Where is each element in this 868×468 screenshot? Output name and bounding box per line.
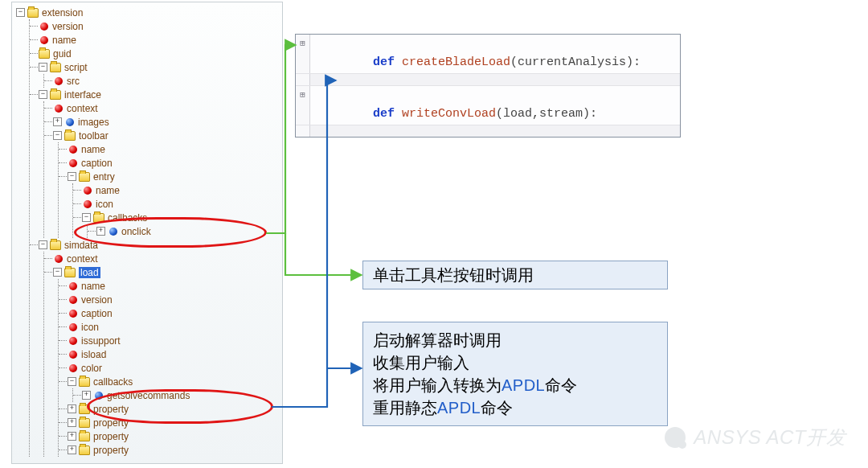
expand-icon[interactable]	[68, 418, 76, 427]
tree-node-name[interactable]: name	[30, 33, 277, 47]
tree-node-toolbar[interactable]: toolbar	[44, 129, 277, 142]
code-snippet-box: ⊞ def createBladeLoad(currentAnalysis): …	[295, 34, 681, 138]
folder-icon	[79, 172, 90, 182]
attr-icon	[69, 159, 77, 167]
tree-node-callbacks1[interactable]: callbacks	[73, 211, 277, 224]
expand-icon[interactable]	[39, 63, 47, 72]
tree-node-onclick[interactable]: onclick	[88, 224, 277, 238]
tree-node-load[interactable]: load	[44, 265, 277, 279]
expand-icon[interactable]	[16, 8, 25, 17]
expand-icon[interactable]	[68, 404, 76, 413]
annotation-text: 单击工具栏按钮时调用	[373, 265, 534, 286]
keyword-def: def	[373, 55, 395, 69]
code-line: ⊞ def createBladeLoad(currentAnalysis):	[296, 35, 680, 74]
attr-icon	[69, 337, 77, 345]
attr-icon	[69, 351, 77, 359]
attr-icon	[69, 323, 77, 331]
watermark: ANSYS ACT开发	[665, 425, 845, 450]
args: (currentAnalysis):	[510, 55, 641, 69]
expand-icon[interactable]	[53, 131, 62, 140]
attr-icon	[40, 23, 48, 31]
attr-icon	[55, 255, 63, 263]
attr-icon	[55, 105, 63, 113]
fn-createBladeLoad: createBladeLoad	[402, 55, 510, 69]
tree-node-eicon[interactable]: icon	[73, 197, 277, 211]
tree-node-color[interactable]: color	[59, 361, 277, 375]
keyword-def: def	[373, 107, 395, 121]
code-line: ⊞ def writeConvLoad(load,stream):	[296, 86, 680, 125]
tree-node-lcaption[interactable]: caption	[59, 306, 277, 320]
tree-node-property[interactable]: property	[59, 429, 277, 443]
tree-node-extension[interactable]: extension	[15, 6, 277, 19]
folder-icon	[64, 131, 76, 141]
fold-icon: ⊞	[296, 35, 310, 73]
tree-node-ename[interactable]: name	[73, 183, 277, 197]
tree-node-simdata[interactable]: simdata	[30, 238, 277, 252]
element-icon	[109, 228, 117, 236]
wechat-icon	[665, 427, 686, 448]
tree-node-guid[interactable]: guid	[30, 47, 277, 60]
folder-icon	[50, 90, 61, 100]
expand-icon[interactable]	[53, 117, 62, 126]
folder-icon	[79, 432, 90, 441]
expand-icon[interactable]	[53, 268, 62, 277]
tree-node-tcaption[interactable]: caption	[59, 156, 277, 170]
fn-writeConvLoad: writeConvLoad	[402, 107, 496, 121]
tree-node-getsolvecommands[interactable]: getsolvecommands	[73, 388, 277, 402]
attr-icon	[69, 146, 77, 154]
code-gap	[296, 74, 680, 86]
folder-icon	[64, 268, 76, 277]
expand-icon[interactable]	[68, 377, 76, 386]
folder-icon	[27, 8, 39, 18]
attr-icon	[84, 200, 92, 208]
folder-icon	[50, 63, 61, 72]
annotation-solver: 启动解算器时调用 收集用户输入 将用户输入转换为APDL命令 重用静态APDL命…	[362, 322, 668, 426]
attr-icon	[69, 296, 77, 304]
xml-tree-panel: extension version name guid script src	[11, 2, 283, 464]
expand-icon[interactable]	[82, 391, 91, 400]
code-gap	[296, 125, 680, 137]
tree-node-src[interactable]: src	[44, 74, 277, 88]
attr-icon	[84, 187, 92, 195]
folder-icon	[39, 49, 50, 59]
selected-tree-label: load	[79, 267, 100, 278]
folder-icon	[79, 404, 90, 414]
tree-node-interface[interactable]: interface	[30, 88, 277, 101]
tree-node-entry[interactable]: entry	[59, 170, 277, 183]
attr-icon	[69, 310, 77, 318]
args: (load,stream):	[496, 107, 597, 121]
tree-node-tname[interactable]: name	[59, 142, 277, 156]
attr-icon	[69, 282, 77, 290]
tree-node-lversion[interactable]: version	[59, 293, 277, 306]
expand-icon[interactable]	[82, 213, 91, 222]
expand-icon[interactable]	[68, 432, 76, 441]
expand-icon[interactable]	[96, 227, 105, 236]
tree-label: extension	[42, 7, 83, 18]
tree-node-property[interactable]: property	[59, 416, 277, 429]
tree-node-licon[interactable]: icon	[59, 320, 277, 334]
element-icon	[95, 392, 103, 400]
tree-node-lname[interactable]: name	[59, 279, 277, 293]
folder-icon	[93, 213, 104, 223]
expand-icon[interactable]	[39, 90, 47, 99]
tree-node-scontext[interactable]: context	[44, 252, 277, 265]
folder-icon	[50, 240, 61, 250]
tree-node-version[interactable]: version	[30, 19, 277, 33]
element-icon	[66, 118, 74, 126]
expand-icon[interactable]	[68, 445, 76, 454]
tree-node-issupport[interactable]: issupport	[59, 334, 277, 347]
expand-icon[interactable]	[68, 172, 76, 181]
expand-icon[interactable]	[39, 240, 47, 249]
attr-icon	[55, 77, 63, 85]
folder-icon	[79, 418, 90, 428]
tree-node-callbacks2[interactable]: callbacks	[59, 375, 277, 388]
tree-node-isload[interactable]: isload	[59, 347, 277, 361]
apdl-term: APDL	[437, 399, 481, 417]
apdl-term: APDL	[502, 376, 545, 394]
tree-node-script[interactable]: script	[30, 60, 277, 74]
tree-node-property[interactable]: property	[59, 443, 277, 457]
tree-node-property[interactable]: property	[59, 402, 277, 416]
watermark-text: ANSYS ACT开发	[694, 425, 845, 450]
tree-node-images[interactable]: images	[44, 115, 277, 129]
tree-node-context[interactable]: context	[44, 101, 277, 115]
